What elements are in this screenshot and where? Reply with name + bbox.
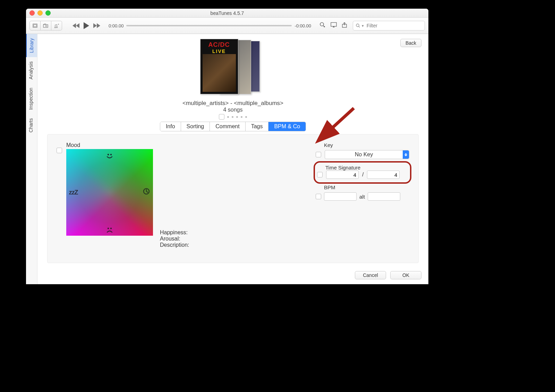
svg-point-9: [356, 24, 359, 27]
timesig-label: Time Signature: [325, 165, 408, 171]
page-dot[interactable]: [232, 116, 233, 118]
mood-label: Mood: [66, 142, 153, 148]
tab-bpm-and-co[interactable]: BPM & Co: [268, 122, 306, 131]
tab-sorting[interactable]: Sorting: [181, 122, 210, 131]
bpm-label: BPM: [324, 184, 409, 190]
back-button[interactable]: Back: [400, 39, 421, 47]
tab-tags[interactable]: Tags: [246, 122, 269, 131]
mood-checkbox[interactable]: [57, 148, 62, 153]
select-stepper-icon: [403, 150, 409, 159]
key-checkbox[interactable]: [316, 152, 321, 157]
page-checkbox[interactable]: [219, 114, 224, 120]
album-header: AC/DC LIVE <multiple_artists> - <multipl…: [37, 39, 428, 131]
notes-plus-icon: [54, 23, 59, 28]
svg-point-3: [45, 25, 47, 27]
happiness-label: Happiness:: [160, 229, 189, 236]
cover-logo: AC/DC: [208, 41, 230, 49]
filter-input[interactable]: [366, 23, 422, 29]
page-dots: [219, 114, 247, 120]
tab-info[interactable]: Info: [160, 122, 181, 131]
svg-point-6: [324, 26, 325, 27]
titlebar: beaTunes 4.5.7: [26, 9, 428, 18]
transport-controls: [72, 22, 100, 29]
play-button[interactable]: [84, 22, 89, 29]
bpm-input[interactable]: [324, 192, 357, 201]
cancel-button[interactable]: Cancel: [355, 271, 386, 279]
svg-rect-7: [331, 23, 336, 26]
svg-point-12: [110, 154, 112, 155]
svg-line-16: [329, 108, 354, 131]
timesig-checkbox[interactable]: [317, 172, 323, 177]
share-icon[interactable]: [342, 22, 347, 29]
artist-album-line: <multiple_artists> - <multiple_albums>: [182, 100, 283, 107]
page-icon: [33, 24, 37, 28]
content-area: Back AC/DC LIVE <multiple_artists> - <mu…: [37, 34, 428, 284]
description-label: Description:: [160, 242, 189, 248]
fast-forward-button[interactable]: [93, 23, 100, 28]
view-button-2[interactable]: [41, 21, 51, 31]
annotation-arrow: [323, 104, 361, 144]
mood-readout: Happiness: Arousal: Description:: [160, 229, 189, 248]
folder-search-icon: [43, 24, 49, 28]
timesig-numerator-input[interactable]: [326, 171, 359, 179]
timesig-separator: /: [362, 172, 364, 178]
sidebar-item-charts[interactable]: Charts: [26, 114, 37, 137]
svg-point-14: [110, 227, 112, 229]
window-title: beaTunes 4.5.7: [26, 10, 428, 16]
mood-energetic-icon: [142, 187, 151, 197]
album-cover-stack[interactable]: AC/DC LIVE: [200, 39, 266, 98]
page-dot[interactable]: [241, 116, 242, 118]
progress-bar[interactable]: [126, 25, 292, 26]
elapsed-time: 0:00.00: [109, 23, 123, 28]
album-cover-1: AC/DC LIVE: [200, 39, 238, 94]
page-dot[interactable]: [236, 116, 238, 118]
toolbar: 0:00.00 -0:00.00 ▾: [26, 18, 428, 34]
page-dot[interactable]: [227, 116, 229, 118]
ok-button[interactable]: OK: [390, 271, 421, 279]
view-button-1[interactable]: [29, 21, 41, 31]
arousal-label: Arousal:: [160, 236, 189, 242]
airplay-icon[interactable]: [331, 22, 337, 29]
bpm-checkbox[interactable]: [316, 194, 321, 199]
rewind-button[interactable]: [72, 23, 79, 28]
svg-rect-1: [34, 25, 36, 27]
key-value: No Key: [325, 151, 403, 158]
sidebar: Library Analysis Inspection Charts: [26, 34, 37, 284]
key-select[interactable]: No Key: [325, 150, 409, 159]
svg-point-13: [108, 227, 109, 229]
mood-picker[interactable]: zzZ: [66, 149, 153, 236]
mood-happy-icon: [105, 153, 114, 161]
svg-point-4: [320, 23, 324, 26]
mood-sad-icon: [105, 226, 114, 235]
sidebar-item-analysis[interactable]: Analysis: [26, 57, 37, 84]
tab-comment[interactable]: Comment: [210, 122, 245, 131]
window-body: Library Analysis Inspection Charts Back …: [26, 34, 428, 284]
sidebar-item-library[interactable]: Library: [26, 34, 37, 57]
time-signature-highlight: Time Signature /: [314, 161, 411, 184]
mood-sleepy-icon: zzZ: [69, 189, 78, 196]
playback-timeline: 0:00.00 -0:00.00: [109, 23, 311, 28]
filter-search-box[interactable]: ▾: [353, 21, 425, 31]
svg-line-10: [359, 26, 360, 28]
svg-point-11: [108, 154, 109, 155]
add-to-playlist-button[interactable]: [51, 21, 62, 31]
app-window: beaTunes 4.5.7 0:00.00 -0:00.00: [26, 9, 428, 284]
magnify-icon[interactable]: [319, 22, 326, 30]
timesig-denominator-input[interactable]: [367, 171, 400, 179]
bpm-panel: Mood zzZ: [47, 134, 419, 263]
sidebar-item-inspection[interactable]: Inspection: [26, 84, 37, 114]
page-dot[interactable]: [245, 116, 247, 118]
remaining-time: -0:00.00: [294, 23, 311, 28]
search-icon: [356, 24, 360, 28]
detail-tabs: Info Sorting Comment Tags BPM & Co: [160, 122, 306, 131]
song-count: 4 songs: [223, 107, 242, 113]
cover-sub: LIVE: [212, 49, 226, 54]
bpm-alt-label: alt: [359, 194, 365, 200]
bpm-alt-input[interactable]: [368, 192, 400, 201]
